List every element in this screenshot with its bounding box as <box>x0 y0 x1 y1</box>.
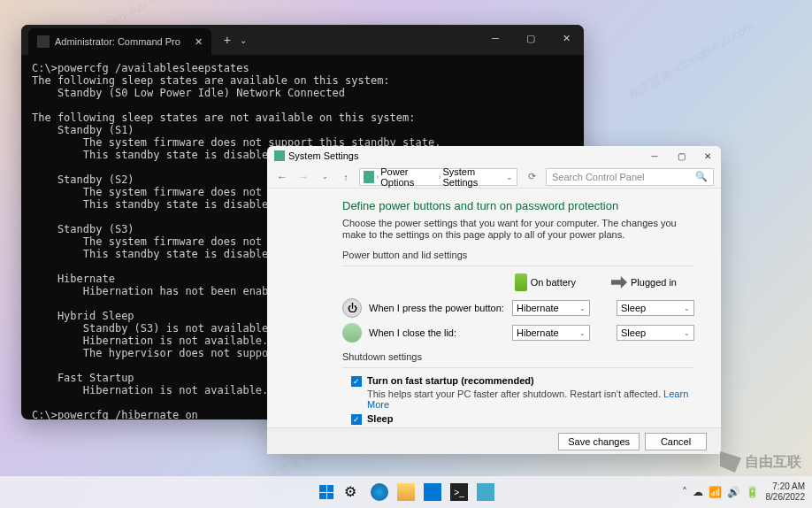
tray-onedrive-icon[interactable]: ☁ <box>693 486 703 498</box>
minimize-button[interactable]: ─ <box>641 146 668 165</box>
taskbar-terminal-icon[interactable]: >_ <box>448 481 471 504</box>
settings-footer: Save changes Cancel <box>267 427 721 454</box>
save-changes-button[interactable]: Save changes <box>558 433 640 450</box>
fast-startup-checkbox[interactable]: ✓ <box>351 376 362 387</box>
breadcrumb-seg1[interactable]: Power Options <box>380 166 436 188</box>
tray-battery-icon[interactable]: 🔋 <box>746 486 759 498</box>
taskbar-app-icon[interactable] <box>474 481 497 504</box>
power-button-row: ⏻ When I press the power button: Hiberna… <box>342 298 694 318</box>
minimize-button[interactable]: ─ <box>478 25 513 51</box>
chevron-down-icon: ⌄ <box>579 304 586 312</box>
settings-titlebar: System Settings ─ ▢ ✕ <box>267 146 721 165</box>
taskbar: ⚙ >_ ˄ ☁ 📶 🔊 🔋 7:20 AM 8/26/2022 <box>0 476 812 508</box>
page-heading: Define power buttons and turn on passwor… <box>342 199 694 212</box>
chevron-down-icon: ⌄ <box>684 329 690 337</box>
taskbar-explorer-icon[interactable] <box>395 481 417 504</box>
chevron-down-icon[interactable]: ⌄ <box>506 173 513 181</box>
section-power-lid-label: Power button and lid settings <box>342 250 694 260</box>
breadcrumb[interactable]: › Power Options › System Settings ⌄ <box>359 168 517 186</box>
nav-recent-icon[interactable]: ⌄ <box>317 169 333 185</box>
breadcrumb-seg2[interactable]: System Settings <box>442 166 504 188</box>
system-tray: ˄ ☁ 📶 🔊 🔋 7:20 AM 8/26/2022 <box>682 481 806 503</box>
power-battery-dropdown[interactable]: Hibernate⌄ <box>512 300 590 316</box>
search-placeholder: Search Control Panel <box>552 172 645 182</box>
tray-volume-icon[interactable]: 🔊 <box>727 486 740 498</box>
chevron-right-icon: › <box>438 173 440 181</box>
lid-close-row: When I close the lid: Hibernate⌄ Sleep⌄ <box>342 323 694 343</box>
close-tab-icon[interactable]: ✕ <box>195 36 203 48</box>
lid-close-label: When I close the lid: <box>369 327 505 338</box>
maximize-button[interactable]: ▢ <box>513 25 548 51</box>
sleep-checkbox[interactable]: ✓ <box>351 414 362 425</box>
taskbar-settings-icon[interactable]: ⚙ <box>341 481 364 504</box>
power-column-headers: On battery Plugged in <box>342 273 694 291</box>
lid-icon <box>342 323 362 343</box>
lid-plugged-dropdown[interactable]: Sleep⌄ <box>617 325 694 341</box>
clock-date: 8/26/2022 <box>766 492 806 503</box>
tray-wifi-icon[interactable]: 📶 <box>709 486 722 498</box>
page-description: Choose the power settings that you want … <box>342 218 694 241</box>
close-button[interactable]: ✕ <box>548 25 584 51</box>
taskbar-clock[interactable]: 7:20 AM 8/26/2022 <box>766 481 806 503</box>
maximize-button[interactable]: ▢ <box>668 146 694 165</box>
chevron-down-icon: ⌄ <box>684 304 690 312</box>
chevron-down-icon: ⌄ <box>579 329 586 337</box>
plugged-in-label: Plugged in <box>631 277 677 288</box>
terminal-titlebar: Administrator: Command Pro ✕ + ⌄ ─ ▢ ✕ <box>21 25 584 55</box>
tray-chevron-icon[interactable]: ˄ <box>682 486 687 498</box>
fast-startup-sub: This helps start your PC faster after sh… <box>342 389 694 410</box>
tab-dropdown-icon[interactable]: ⌄ <box>240 35 247 45</box>
power-button-icon: ⏻ <box>342 298 362 318</box>
chevron-right-icon: › <box>376 173 379 181</box>
watermark-logo-icon <box>720 451 741 473</box>
start-button[interactable] <box>315 481 338 504</box>
section-divider <box>342 266 694 266</box>
sleep-label: Sleep <box>367 413 393 424</box>
on-battery-label: On battery <box>531 277 576 288</box>
fast-startup-label: Turn on fast startup (recommended) <box>367 375 534 386</box>
settings-content: Define power buttons and turn on passwor… <box>267 189 721 427</box>
plug-icon <box>611 276 627 289</box>
taskbar-center: ⚙ >_ <box>315 481 497 504</box>
power-plugged-dropdown[interactable]: Sleep⌄ <box>617 300 694 316</box>
power-button-label: When I press the power button: <box>369 303 505 313</box>
nav-back-icon[interactable]: ← <box>274 169 290 185</box>
section-divider <box>342 367 694 368</box>
system-settings-window: System Settings ─ ▢ ✕ ← → ⌄ ↑ › Power Op… <box>267 146 721 454</box>
lid-battery-dropdown[interactable]: Hibernate⌄ <box>512 325 590 341</box>
new-tab-button[interactable]: + <box>224 33 231 47</box>
battery-icon <box>515 273 527 291</box>
settings-title-icon <box>274 150 285 161</box>
nav-up-icon[interactable]: ↑ <box>338 169 354 185</box>
search-input[interactable]: Search Control Panel 🔍 <box>546 168 714 186</box>
sleep-sub: Show in Power menu. <box>342 427 694 427</box>
settings-window-title: System Settings <box>288 150 358 161</box>
brand-watermark: 自由互联 <box>720 451 801 473</box>
cancel-button[interactable]: Cancel <box>645 433 707 450</box>
clock-time: 7:20 AM <box>766 481 806 492</box>
terminal-tab[interactable]: Administrator: Command Pro ✕ <box>28 28 211 55</box>
taskbar-store-icon[interactable] <box>421 481 444 504</box>
settings-navbar: ← → ⌄ ↑ › Power Options › System Setting… <box>267 165 721 189</box>
terminal-tab-title: Administrator: Command Pro <box>55 36 180 47</box>
close-button[interactable]: ✕ <box>694 146 721 165</box>
breadcrumb-root-icon <box>364 171 374 183</box>
nav-forward-icon[interactable]: → <box>295 169 311 185</box>
bg-watermark: 系统部落 xitongbuluo.com <box>624 19 756 104</box>
search-icon: 🔍 <box>695 171 708 182</box>
refresh-icon[interactable]: ⟳ <box>523 171 540 182</box>
section-shutdown-label: Shutdown settings <box>342 351 694 362</box>
terminal-tab-icon <box>37 35 50 48</box>
taskbar-edge-icon[interactable] <box>368 481 391 504</box>
